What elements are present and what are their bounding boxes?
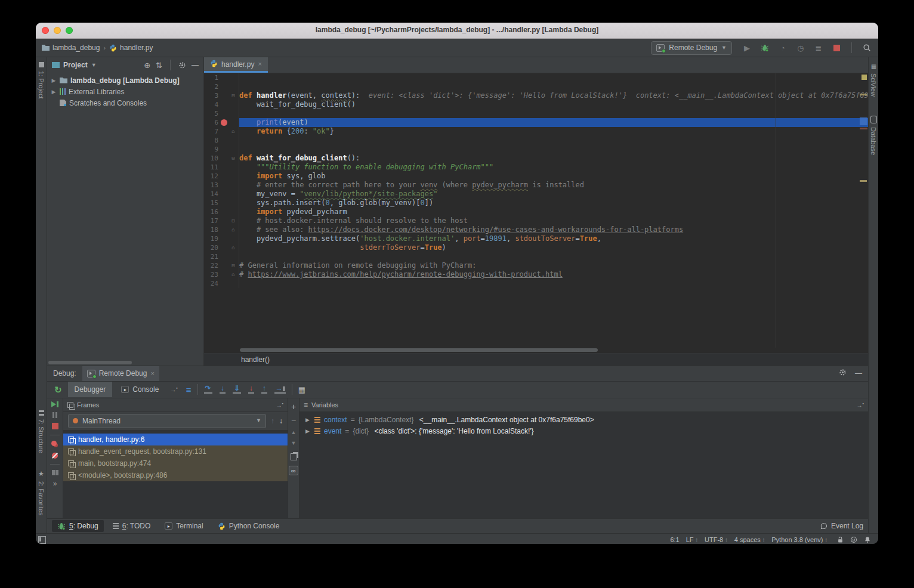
stripe-mark-exec[interactable] xyxy=(860,117,867,125)
line-number[interactable]: 7 xyxy=(204,127,218,136)
gutter[interactable]: 1 xyxy=(204,73,239,82)
code-line[interactable]: 6 print(event) xyxy=(204,118,868,127)
gutter[interactable]: 14 xyxy=(204,190,239,199)
code-line[interactable]: 19 pydevd_pycharm.settrace('host.docker.… xyxy=(204,234,868,243)
profile-button[interactable]: ◔ xyxy=(777,42,788,53)
breakpoint-icon[interactable] xyxy=(218,119,229,126)
expand-arrow-icon[interactable]: ▶ xyxy=(305,417,311,423)
tab-debugger[interactable]: Debugger xyxy=(68,382,113,397)
stripe-mark-warn[interactable] xyxy=(860,180,867,182)
code-line[interactable]: 17⊟ # host.docker.internal should resolv… xyxy=(204,216,868,225)
gutter[interactable]: 24 xyxy=(204,279,239,288)
fold-marker-icon[interactable]: ⌂ xyxy=(229,127,237,136)
rerun-icon[interactable]: ↻ xyxy=(54,385,62,394)
tab-console[interactable]: ▸ Console xyxy=(115,382,165,397)
fold-marker-icon[interactable]: ⌂ xyxy=(229,243,237,252)
gutter[interactable]: 15 xyxy=(204,199,239,208)
next-frame-icon[interactable]: ↓ xyxy=(279,417,283,425)
line-number[interactable]: 2 xyxy=(204,82,218,91)
tree-item[interactable]: ▶External Libraries xyxy=(47,86,203,97)
variable-row[interactable]: ▶event = {dict} <class 'dict'>: {'messag… xyxy=(299,426,868,437)
toolwindow-tab-terminal[interactable]: ▸Terminal xyxy=(159,520,208,532)
restore-layout-button[interactable] xyxy=(52,470,58,475)
run-configuration-select[interactable]: Remote Debug ▼ xyxy=(651,41,732,55)
update-icon[interactable] xyxy=(850,536,857,543)
lock-icon[interactable] xyxy=(837,536,844,543)
resume-button[interactable] xyxy=(51,401,58,407)
line-number[interactable]: 19 xyxy=(204,234,218,243)
add-watch-button[interactable]: + xyxy=(291,403,296,411)
scrollbar-thumb[interactable] xyxy=(48,361,132,364)
line-number[interactable]: 13 xyxy=(204,181,218,190)
status-item[interactable]: Python 3.8 (venv)↕ xyxy=(771,536,827,543)
error-stripe[interactable] xyxy=(859,73,868,348)
line-number[interactable]: 1 xyxy=(204,73,218,82)
stop-debug-button[interactable] xyxy=(52,423,58,429)
sidebar-tab-1--project[interactable]: 1: Project xyxy=(38,62,45,98)
evaluate-expression-icon[interactable]: ▦ xyxy=(295,386,309,394)
code-line[interactable]: 20⌂ stderrToServer=True) xyxy=(204,243,868,252)
event-log-button[interactable]: Event Log xyxy=(820,522,863,530)
code-line[interactable]: 2 xyxy=(204,82,868,91)
gutter[interactable]: 7⌂ xyxy=(204,127,239,136)
gutter[interactable]: 23⌂ xyxy=(204,270,239,279)
tree-item[interactable]: Scratches and Consoles xyxy=(47,97,203,109)
line-number[interactable]: 23 xyxy=(204,270,218,279)
status-item[interactable]: 6:1 xyxy=(670,536,679,543)
tree-item[interactable]: ▶lambda_debug [Lambda Debug] xyxy=(47,75,203,86)
float-icon[interactable]: →▪ xyxy=(857,401,864,408)
pause-button[interactable] xyxy=(53,412,57,418)
coverage-button[interactable]: ◷ xyxy=(795,42,806,53)
move-up-button[interactable]: ▲ xyxy=(291,430,297,435)
code-line[interactable]: 11 """Utility function to enable debuggi… xyxy=(204,163,868,172)
sidebar-tab-database[interactable]: Database xyxy=(870,116,877,155)
gutter[interactable]: 10⊟ xyxy=(204,154,239,163)
locate-icon[interactable]: ⊕ xyxy=(144,61,150,69)
zoom-window-button[interactable] xyxy=(66,27,73,34)
line-number[interactable]: 8 xyxy=(204,136,218,145)
code-line[interactable]: 15 sys.path.insert(0, glob.glob(my_venv)… xyxy=(204,199,868,208)
breadcrumb-item[interactable]: handler.py xyxy=(109,44,153,52)
sidebar-tab-sciview[interactable]: ▦SciView xyxy=(870,63,877,97)
line-number[interactable]: 16 xyxy=(204,208,218,216)
fold-marker-icon[interactable]: ⌂ xyxy=(229,225,237,234)
line-number[interactable]: 4 xyxy=(204,100,218,109)
debug-settings-icon[interactable] xyxy=(839,369,847,378)
gutter[interactable]: 12 xyxy=(204,172,239,181)
close-tab-icon[interactable]: × xyxy=(258,61,261,67)
code-line[interactable]: 16 import pydevd_pycharm xyxy=(204,208,868,216)
line-number[interactable]: 17 xyxy=(204,216,218,225)
close-window-button[interactable] xyxy=(42,27,49,34)
status-item[interactable]: 4 spaces↕ xyxy=(734,536,765,543)
float-icon[interactable]: →▪ xyxy=(276,401,283,408)
force-step-into-icon[interactable]: ⇓ xyxy=(229,385,245,394)
expand-arrow-icon[interactable]: ▶ xyxy=(51,89,57,95)
float-icon[interactable]: →▪ xyxy=(170,386,177,393)
step-over-icon[interactable]: ↷ xyxy=(200,385,216,394)
line-number[interactable]: 20 xyxy=(204,243,218,252)
line-number[interactable]: 10 xyxy=(204,154,218,163)
previous-frame-icon[interactable]: ↑ xyxy=(271,417,274,425)
code-line[interactable]: 13 # enter the correct path here to your… xyxy=(204,181,868,190)
line-number[interactable]: 9 xyxy=(204,145,218,154)
collapse-all-icon[interactable]: ⇅ xyxy=(156,61,162,69)
status-item[interactable]: UTF-8↕ xyxy=(705,536,728,543)
code-line[interactable]: 5 xyxy=(204,109,868,118)
gutter[interactable]: 20⌂ xyxy=(204,243,239,252)
sidebar-tab-2--favorites[interactable]: ★2: Favorites xyxy=(38,470,45,515)
debug-button[interactable] xyxy=(759,42,770,53)
code-line[interactable]: 9 xyxy=(204,145,868,154)
gutter[interactable]: 11 xyxy=(204,163,239,172)
stack-frame-row[interactable]: <module>, bootstrap.py:486 xyxy=(63,469,288,481)
expand-arrow-icon[interactable]: ▶ xyxy=(51,78,57,83)
gutter[interactable]: 5 xyxy=(204,109,239,118)
run-to-cursor-icon[interactable]: → xyxy=(271,385,289,394)
editor-breadcrumb[interactable]: handler() xyxy=(204,353,868,366)
gutter[interactable]: 8 xyxy=(204,136,239,145)
show-execution-point-icon[interactable]: ≡ xyxy=(183,385,195,394)
toolwindow-tab---debug[interactable]: 5: Debug xyxy=(52,520,104,532)
debug-session-tab[interactable]: Remote Debug × xyxy=(82,366,159,381)
gutter[interactable]: 21 xyxy=(204,252,239,261)
gutter[interactable]: 19 xyxy=(204,234,239,243)
smart-step-into-icon[interactable]: ↓ xyxy=(245,385,258,394)
